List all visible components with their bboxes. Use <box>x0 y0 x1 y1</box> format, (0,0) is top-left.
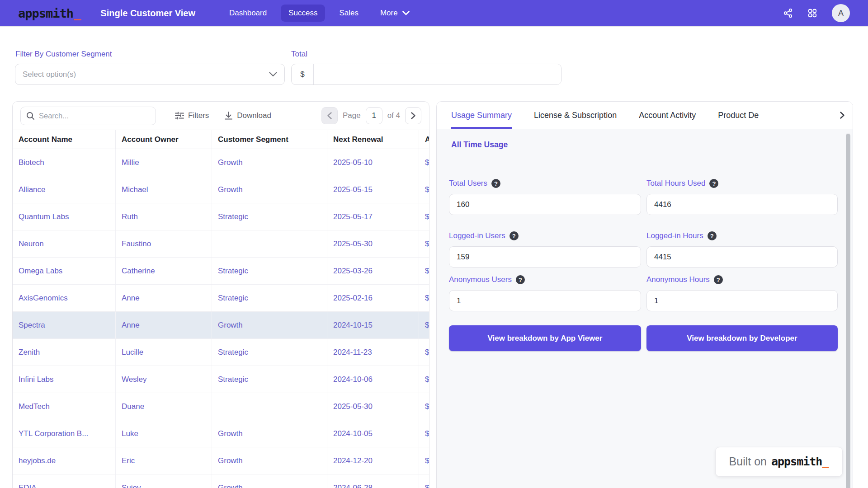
cell-amount[interactable]: $ <box>419 393 429 420</box>
table-row[interactable]: Biotech Millie Growth 2025-05-10 $ <box>13 149 429 176</box>
cell-account-owner[interactable]: Ruth <box>115 203 212 230</box>
cell-next-renewal[interactable]: 2024-11-23 <box>327 339 419 366</box>
cell-next-renewal[interactable]: 2025-05-17 <box>327 203 419 230</box>
table-row[interactable]: EDIA Sujoy Growth 2024-06-28 $ <box>13 474 429 488</box>
cell-amount[interactable]: $ <box>419 474 429 488</box>
help-icon[interactable]: ? <box>708 231 717 240</box>
cell-amount[interactable]: $ <box>419 258 429 284</box>
total-input[interactable] <box>314 64 561 84</box>
column-header-account-name[interactable]: Account Name <box>13 130 115 149</box>
cell-account-name[interactable]: Biotech <box>13 149 115 176</box>
total-users-input[interactable] <box>449 194 641 215</box>
cell-customer-segment[interactable]: Strategic <box>212 203 327 230</box>
help-icon[interactable]: ? <box>709 179 718 188</box>
nav-item-sales[interactable]: Sales <box>331 5 366 22</box>
cell-account-owner[interactable]: Eric <box>115 447 212 474</box>
cell-next-renewal[interactable]: 2024-12-20 <box>327 447 419 474</box>
table-row[interactable]: YTL Corporation B... Luke Growth 2024-10… <box>13 420 429 447</box>
table-row[interactable]: heyjobs.de Eric Growth 2024-12-20 $ <box>13 447 429 474</box>
cell-amount[interactable]: $ <box>419 285 429 311</box>
cell-customer-segment[interactable]: Strategic <box>212 339 327 366</box>
cell-customer-segment[interactable] <box>212 230 327 257</box>
cell-account-owner[interactable]: Anne <box>115 312 212 338</box>
cell-amount[interactable]: $ <box>419 339 429 366</box>
cell-account-owner[interactable]: Faustino <box>115 230 212 257</box>
cell-customer-segment[interactable] <box>212 393 327 420</box>
appsmith-logo[interactable]: appsmith_ <box>18 6 80 20</box>
total-hours-input[interactable] <box>646 194 838 215</box>
download-button[interactable]: Download <box>224 111 271 120</box>
table-row[interactable]: AxisGenomics Anne Strategic 2025-02-16 $ <box>13 285 429 312</box>
segment-select[interactable]: Select option(s) <box>15 64 285 85</box>
cell-account-name[interactable]: Omega Labs <box>13 258 115 284</box>
nav-item-more[interactable]: More <box>373 5 417 22</box>
cell-account-name[interactable]: AxisGenomics <box>13 285 115 311</box>
cell-customer-segment[interactable]: Strategic <box>212 258 327 284</box>
cell-customer-segment[interactable]: Growth <box>212 420 327 447</box>
cell-next-renewal[interactable]: 2025-05-10 <box>327 149 419 176</box>
cell-account-name[interactable]: MedTech <box>13 393 115 420</box>
cell-account-owner[interactable]: Millie <box>115 149 212 176</box>
column-header-next-renewal[interactable]: Next Renewal <box>327 130 419 149</box>
cell-next-renewal[interactable]: 2025-03-26 <box>327 258 419 284</box>
cell-amount[interactable]: $ <box>419 149 429 176</box>
view-breakdown-app-viewer-button[interactable]: View breakdown by App Viewer <box>449 325 641 351</box>
cell-amount[interactable]: $ <box>419 312 429 338</box>
logged-in-users-input[interactable] <box>449 246 641 267</box>
table-row[interactable]: Alliance Michael Growth 2025-05-15 $ <box>13 176 429 203</box>
cell-amount[interactable]: $ <box>419 366 429 393</box>
cell-next-renewal[interactable]: 2025-02-16 <box>327 285 419 311</box>
panel-scrollbar-thumb[interactable] <box>846 134 850 488</box>
cell-account-name[interactable]: Spectra <box>13 312 115 338</box>
cell-next-renewal[interactable]: 2025-05-30 <box>327 230 419 257</box>
cell-next-renewal[interactable]: 2024-06-28 <box>327 474 419 488</box>
cell-account-name[interactable]: Alliance <box>13 176 115 203</box>
cell-customer-segment[interactable]: Growth <box>212 474 327 488</box>
cell-account-owner[interactable]: Luke <box>115 420 212 447</box>
cell-account-name[interactable]: EDIA <box>13 474 115 488</box>
cell-account-owner[interactable]: Catherine <box>115 258 212 284</box>
cell-account-owner[interactable]: Sujoy <box>115 474 212 488</box>
help-icon[interactable]: ? <box>516 275 525 284</box>
avatar[interactable]: A <box>832 4 850 22</box>
cell-customer-segment[interactable]: Growth <box>212 447 327 474</box>
table-row-selected[interactable]: Spectra Anne Growth 2024-10-15 $ <box>13 312 429 339</box>
column-header-customer-segment[interactable]: Customer Segment <box>212 130 327 149</box>
cell-amount[interactable]: $ <box>419 176 429 203</box>
apps-grid-icon[interactable] <box>807 8 817 18</box>
tab-usage-summary[interactable]: Usage Summary <box>451 102 512 129</box>
prev-page-button[interactable] <box>321 107 338 124</box>
cell-account-owner[interactable]: Wesley <box>115 366 212 393</box>
cell-next-renewal[interactable]: 2024-10-06 <box>327 366 419 393</box>
page-number-input[interactable] <box>366 107 382 124</box>
cell-account-name[interactable]: Neuron <box>13 230 115 257</box>
table-row[interactable]: Quantum Labs Ruth Strategic 2025-05-17 $ <box>13 203 429 230</box>
cell-amount[interactable]: $ <box>419 203 429 230</box>
tab-product-details[interactable]: Product De <box>718 102 759 129</box>
help-icon[interactable]: ? <box>491 179 500 188</box>
cell-account-owner[interactable]: Anne <box>115 285 212 311</box>
column-header-account-owner[interactable]: Account Owner <box>115 130 212 149</box>
cell-amount[interactable]: $ <box>419 420 429 447</box>
anonymous-hours-input[interactable] <box>646 290 838 311</box>
cell-next-renewal[interactable]: 2024-10-15 <box>327 312 419 338</box>
tab-account-activity[interactable]: Account Activity <box>639 102 696 129</box>
cell-next-renewal[interactable]: 2025-05-30 <box>327 393 419 420</box>
cell-account-owner[interactable]: Lucille <box>115 339 212 366</box>
cell-next-renewal[interactable]: 2025-05-15 <box>327 176 419 203</box>
cell-customer-segment[interactable]: Growth <box>212 176 327 203</box>
table-row[interactable]: MedTech Duane 2025-05-30 $ <box>13 393 429 420</box>
cell-account-owner[interactable]: Michael <box>115 176 212 203</box>
search-input[interactable] <box>39 112 150 120</box>
cell-amount[interactable]: $ <box>419 447 429 474</box>
table-row[interactable]: Zenith Lucille Strategic 2024-11-23 $ <box>13 339 429 366</box>
cell-account-name[interactable]: heyjobs.de <box>13 447 115 474</box>
cell-account-name[interactable]: Zenith <box>13 339 115 366</box>
cell-amount[interactable]: $ <box>419 230 429 257</box>
table-row[interactable]: Infini Labs Wesley Strategic 2024-10-06 … <box>13 366 429 393</box>
cell-customer-segment[interactable]: Growth <box>212 149 327 176</box>
cell-customer-segment[interactable]: Strategic <box>212 366 327 393</box>
cell-account-owner[interactable]: Duane <box>115 393 212 420</box>
anonymous-users-input[interactable] <box>449 290 641 311</box>
nav-item-dashboard[interactable]: Dashboard <box>222 5 274 22</box>
